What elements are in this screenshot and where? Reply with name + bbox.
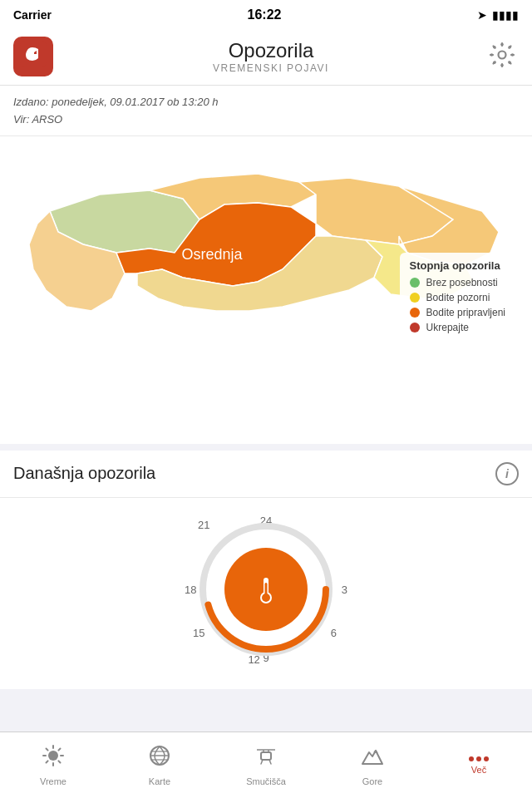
location-icon: ➤ <box>477 8 487 22</box>
info-button[interactable]: i <box>495 462 519 485</box>
legend-item-2: Bodite pozorni <box>410 292 505 303</box>
legend-item-1: Brez posebnosti <box>410 277 505 288</box>
svg-line-22 <box>58 761 60 762</box>
page-subtitle: VREMENSKI POJAVI <box>213 62 329 74</box>
svg-point-16 <box>48 751 58 761</box>
clock-num-18: 18 <box>185 583 196 595</box>
svg-point-15 <box>262 594 270 602</box>
tab-smucisca[interactable]: Smučišča <box>213 732 319 798</box>
vec-dot-3 <box>484 756 489 761</box>
svg-point-9 <box>493 61 496 64</box>
status-right: ➤ ▮▮▮▮ <box>477 8 519 22</box>
svg-text:Osrednja: Osrednja <box>181 246 243 263</box>
svg-line-34 <box>269 760 271 764</box>
legend-title: Stopnja opozorila <box>410 259 505 272</box>
carrier-label: Carrier <box>13 8 52 22</box>
vec-dot-2 <box>476 756 481 761</box>
svg-point-3 <box>500 64 504 67</box>
legend-item-4: Ukrepajte <box>410 322 505 333</box>
tab-bar: Vreme Karte Smuč <box>0 732 532 798</box>
clock-widget: 24 3 6 9 12 15 18 21 <box>0 498 532 689</box>
page-title: Opozorila <box>213 39 329 62</box>
clock-face: 24 3 6 9 12 15 18 21 <box>191 515 341 664</box>
legend-label-2: Bodite pozorni <box>426 292 490 303</box>
map-legend: Stopnja opozorila Brez posebnosti Bodite… <box>400 253 515 343</box>
vec-dot-1 <box>469 756 474 761</box>
tab-label-gore: Gore <box>362 776 382 786</box>
tab-label-vreme: Vreme <box>40 776 66 786</box>
tab-vreme[interactable]: Vreme <box>0 732 106 798</box>
svg-point-2 <box>500 43 504 47</box>
tab-gore[interactable]: Gore <box>319 732 426 798</box>
settings-button[interactable] <box>489 42 519 71</box>
app-header: Opozorila VREMENSKI POJAVI <box>0 30 532 86</box>
gore-icon <box>361 744 384 773</box>
legend-label-3: Bodite pripravljeni <box>426 307 505 318</box>
meta-info: Izdano: ponedeljek, 09.01.2017 ob 13:20 … <box>0 86 532 136</box>
svg-line-24 <box>58 749 60 751</box>
logo-icon <box>18 39 48 74</box>
vreme-icon <box>42 744 65 773</box>
svg-line-23 <box>47 761 48 762</box>
issued-line: Izdano: ponedeljek, 09.01.2017 ob 13:20 … <box>13 94 519 111</box>
svg-point-6 <box>493 46 496 49</box>
svg-point-7 <box>508 61 511 64</box>
legend-dot-green <box>410 278 420 288</box>
vec-icon <box>469 756 489 761</box>
svg-point-5 <box>511 53 515 57</box>
source-line: Vir: ARSO <box>13 111 519 129</box>
status-bar: Carrier 16:22 ➤ ▮▮▮▮ <box>0 0 532 30</box>
map-section: Osrednja Stopnja opozorila Brez posebnos… <box>0 136 532 444</box>
tab-label-karte: Karte <box>149 776 170 786</box>
thermometer-icon <box>248 571 284 608</box>
clock-time: 16:22 <box>248 7 282 22</box>
battery-icon: ▮▮▮▮ <box>492 8 519 22</box>
legend-label-4: Ukrepajte <box>426 322 469 333</box>
smucisca-icon <box>254 744 278 773</box>
legend-dot-red <box>410 323 420 332</box>
svg-point-8 <box>508 46 511 49</box>
tab-label-smucisca: Smučišča <box>246 776 286 786</box>
legend-dot-yellow <box>410 293 420 303</box>
clock-thermometer-button[interactable] <box>224 548 308 631</box>
svg-rect-29 <box>261 752 271 760</box>
header-center: Opozorila VREMENSKI POJAVI <box>213 39 329 74</box>
svg-line-33 <box>261 760 263 764</box>
svg-point-1 <box>499 52 506 59</box>
app-logo <box>13 37 53 76</box>
tab-karte[interactable]: Karte <box>106 732 213 798</box>
clock-num-3: 3 <box>342 583 347 595</box>
svg-line-21 <box>47 749 48 751</box>
legend-dot-orange <box>410 308 420 318</box>
legend-label-1: Brez posebnosti <box>426 277 498 288</box>
karte-icon <box>148 744 171 773</box>
warnings-title: Današnja opozorila <box>13 464 155 483</box>
tab-vec[interactable]: Več <box>426 732 532 798</box>
tab-label-vec: Več <box>471 765 486 775</box>
map-container[interactable]: Osrednja Stopnja opozorila Brez posebnos… <box>0 145 532 452</box>
legend-item-3: Bodite pripravljeni <box>410 307 505 318</box>
warnings-header: Današnja opozorila i <box>0 451 532 498</box>
svg-point-4 <box>490 53 494 57</box>
